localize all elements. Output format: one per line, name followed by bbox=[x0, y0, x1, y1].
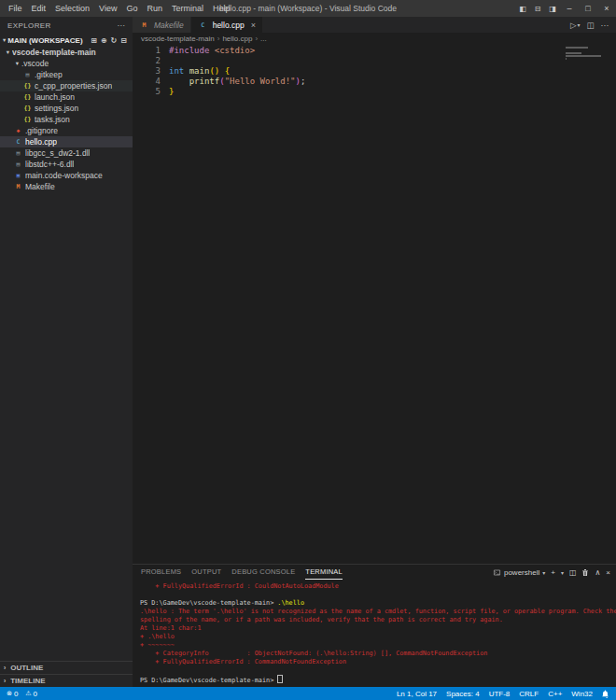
code-token bbox=[169, 77, 189, 86]
tree-item-label: Makefile bbox=[25, 182, 55, 191]
kill-terminal-icon[interactable] bbox=[581, 568, 589, 577]
panel-tab-problems[interactable]: PROBLEMS bbox=[141, 565, 181, 580]
sidebar-bottom-sections: › OUTLINE › TIMELINE bbox=[0, 661, 133, 687]
chevron-down-icon: ▾ bbox=[577, 21, 580, 28]
tree-item-libgcc-s-dw2-1-dll[interactable]: ▤libgcc_s_dw2-1.dll bbox=[0, 147, 133, 159]
terminal-output[interactable]: + FullyQualifiedErrorId : CouldNotAutoLo… bbox=[133, 580, 616, 683]
terminal-text-segment: + FullyQualifiedErrorId : CouldNotAutoLo… bbox=[140, 582, 339, 590]
tree-item-vscode[interactable]: ▾.vscode bbox=[0, 58, 133, 69]
panel-tab-debug-console[interactable]: DEBUG CONSOLE bbox=[231, 565, 295, 580]
code-editor[interactable]: 1#include <cstdio>23int main() {4 printf… bbox=[133, 45, 616, 564]
code-token: main bbox=[189, 66, 210, 76]
error-icon: ⊗ bbox=[7, 690, 12, 697]
split-editor-icon[interactable]: ◫ bbox=[586, 21, 594, 30]
file-icon-json: {} bbox=[23, 93, 32, 101]
terminal-shell-selector[interactable]: powershell ▾ bbox=[493, 568, 545, 577]
tab-bar: MMakefile×Chello.cpp× ▷ ▾ ◫ ⋯ bbox=[133, 17, 616, 33]
tab-label: hello.cpp bbox=[213, 21, 245, 30]
code-token: ; bbox=[301, 77, 305, 86]
menu-go[interactable]: Go bbox=[121, 0, 142, 17]
statusbar-item-spaces-4[interactable]: Spaces: 4 bbox=[441, 690, 484, 698]
minimap-line bbox=[566, 55, 601, 57]
chevron-down-icon: ▾ bbox=[542, 569, 545, 576]
minimap[interactable] bbox=[566, 47, 605, 61]
statusbar-item-utf-8[interactable]: UTF-8 bbox=[484, 690, 515, 698]
code-token: { bbox=[225, 66, 230, 76]
line-number: 1 bbox=[133, 46, 169, 56]
tree-item-main-code-workspace[interactable]: ▣main.code-workspace bbox=[0, 170, 133, 181]
tree-item-launch-json[interactable]: {}launch.json bbox=[0, 91, 133, 103]
code-line: 5} bbox=[133, 87, 616, 97]
run-button[interactable]: ▷ ▾ bbox=[570, 21, 581, 30]
statusbar-errors[interactable]: ⊗0 bbox=[3, 690, 21, 698]
tree-item-makefile[interactable]: MMakefile bbox=[0, 181, 133, 192]
statusbar-item-win32[interactable]: Win32 bbox=[567, 690, 597, 698]
toggle-sidebar-icon[interactable]: ◧ bbox=[515, 5, 530, 13]
chevron-down-icon[interactable]: ▾ bbox=[561, 569, 564, 576]
terminal-text-segment: + ~~~~~~~ bbox=[140, 641, 175, 649]
explorer-actions: ⊞ ⊕ ↻ ⊟ bbox=[91, 36, 130, 45]
terminal-line: + .\hello bbox=[140, 633, 616, 641]
minimap-line bbox=[566, 52, 581, 54]
code-text: } bbox=[169, 87, 174, 97]
close-panel-icon[interactable]: × bbox=[606, 568, 610, 577]
new-file-icon[interactable]: ⊞ bbox=[91, 36, 97, 45]
timeline-label: TIMELINE bbox=[10, 677, 45, 685]
timeline-section[interactable]: › TIMELINE bbox=[0, 674, 133, 687]
panel-tab-terminal[interactable]: TERMINAL bbox=[305, 565, 343, 580]
more-actions-icon[interactable]: ⋯ bbox=[601, 21, 609, 30]
code-token: printf bbox=[189, 77, 220, 86]
tree-item-settings-json[interactable]: {}settings.json bbox=[0, 103, 133, 114]
outline-section[interactable]: › OUTLINE bbox=[0, 661, 133, 674]
terminal-text-segment: + CategoryInfo : ObjectNotFound: (.\hell… bbox=[140, 650, 487, 657]
menu-selection[interactable]: Selection bbox=[50, 0, 94, 17]
file-icon-json: {} bbox=[23, 116, 32, 123]
breadcrumb-item[interactable]: hello.cpp bbox=[222, 35, 252, 43]
terminal-icon bbox=[493, 568, 501, 577]
tree-item-gitkeep[interactable]: ▤.gitkeep bbox=[0, 69, 133, 80]
menu-edit[interactable]: Edit bbox=[27, 0, 51, 17]
terminal-text-segment: PS D:\GameDev\vscode-template-main> bbox=[140, 677, 277, 684]
tree-item-tasks-json[interactable]: {}tasks.json bbox=[0, 114, 133, 125]
collapse-all-icon[interactable]: ⊟ bbox=[120, 36, 127, 45]
minimize-button[interactable]: – bbox=[560, 0, 579, 17]
maximize-panel-icon[interactable]: ∧ bbox=[595, 568, 600, 577]
close-button[interactable]: × bbox=[597, 0, 616, 17]
menu-view[interactable]: View bbox=[94, 0, 121, 17]
tab-makefile[interactable]: MMakefile× bbox=[133, 17, 190, 33]
panel-tab-output[interactable]: OUTPUT bbox=[191, 565, 221, 580]
terminal-text-segment: PS D:\GameDev\vscode-template-main> bbox=[140, 599, 277, 607]
menu-run[interactable]: Run bbox=[142, 0, 167, 17]
terminal-text-segment: spelling of the name, or if a path was i… bbox=[140, 616, 503, 623]
close-icon[interactable]: × bbox=[251, 21, 256, 30]
more-actions-icon[interactable]: ⋯ bbox=[118, 21, 125, 30]
terminal-line: + FullyQualifiedErrorId : CommandNotFoun… bbox=[140, 658, 616, 666]
refresh-icon[interactable]: ↻ bbox=[111, 36, 118, 45]
tree-item-c-cpp-properties-json[interactable]: {}c_cpp_properties.json bbox=[0, 80, 133, 91]
toggle-secondary-sidebar-icon[interactable]: ◨ bbox=[545, 5, 560, 13]
explorer-section-header[interactable]: ▾ MAIN (WORKSPACE) ⊞ ⊕ ↻ ⊟ bbox=[0, 34, 133, 47]
tab-hello-cpp[interactable]: Chello.cpp× bbox=[191, 17, 262, 33]
new-terminal-icon[interactable]: + bbox=[551, 568, 555, 577]
status-bar: ⊗0⚠0 Ln 1, Col 17Spaces: 4UTF-8CRLFC++Wi… bbox=[0, 687, 616, 700]
menu-terminal[interactable]: Terminal bbox=[167, 0, 208, 17]
maximize-button[interactable]: □ bbox=[579, 0, 597, 17]
menu-file[interactable]: File bbox=[4, 0, 27, 17]
toggle-panel-icon[interactable]: ⊟ bbox=[530, 5, 545, 13]
notifications-bell-icon[interactable] bbox=[597, 690, 613, 698]
tree-item-hello-cpp[interactable]: Chello.cpp bbox=[0, 136, 133, 147]
editor-actions: ▷ ▾ ◫ ⋯ bbox=[570, 17, 616, 33]
statusbar-item-c[interactable]: C++ bbox=[543, 690, 567, 698]
tree-item-vscode-template-main[interactable]: ▾vscode-template-main bbox=[0, 47, 133, 58]
tree-item-libstdc-6-dll[interactable]: ▤libstdc++-6.dll bbox=[0, 159, 133, 170]
file-icon-doc: ▤ bbox=[14, 149, 22, 157]
chevron-right-icon: › bbox=[255, 35, 258, 43]
new-folder-icon[interactable]: ⊕ bbox=[101, 36, 107, 45]
tree-item-gitignore[interactable]: ◆.gitignore bbox=[0, 125, 133, 136]
statusbar-item-ln-1-col-17[interactable]: Ln 1, Col 17 bbox=[392, 690, 441, 698]
breadcrumb-item[interactable]: ... bbox=[260, 35, 267, 43]
statusbar-item-crlf[interactable]: CRLF bbox=[514, 690, 543, 698]
statusbar-warnings[interactable]: ⚠0 bbox=[21, 690, 41, 698]
split-terminal-icon[interactable]: ◫ bbox=[569, 568, 577, 577]
breadcrumb-item[interactable]: vscode-template-main bbox=[141, 35, 215, 43]
